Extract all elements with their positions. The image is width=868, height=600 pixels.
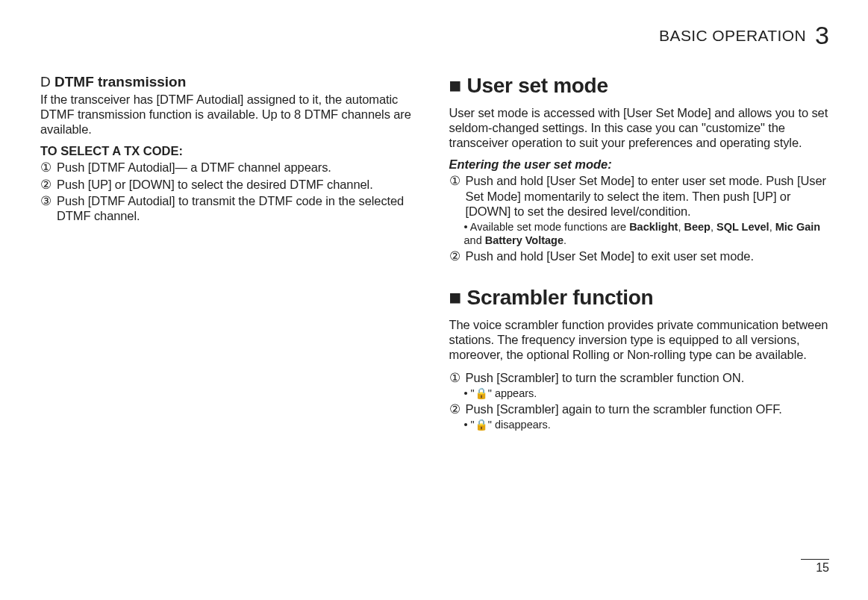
user-set-mode-para: User set mode is accessed with [User Set… [449, 105, 830, 150]
usm-step-1: ① Push and hold [User Set Mode] to enter… [449, 173, 830, 218]
dtmf-heading: D DTMF transmission [40, 74, 421, 90]
content-columns: D DTMF transmission If the transceiver h… [40, 74, 829, 559]
step-number-3: ③ [40, 193, 54, 223]
page-number: 15 [801, 559, 829, 575]
square-icon: ■ [449, 74, 467, 97]
usm-note1: • Available set mode functions are Backl… [464, 220, 830, 247]
step-text-3: Push [DTMF Autodial] to transmit the DTM… [57, 193, 421, 223]
usm-step2-num: ② [449, 249, 463, 263]
scr-note1-text: • "🔒" appears. [464, 387, 537, 400]
page-footer: 15 [40, 559, 829, 575]
chapter-number: 3 [815, 21, 829, 50]
scr-step2-text: Push [Scrambler] again to turn the scram… [466, 401, 782, 416]
usm-step-2: ② Push and hold [User Set Mode] to exit … [449, 249, 830, 263]
step-number-1: ① [40, 160, 54, 175]
usm-step2-text: Push and hold [User Set Mode] to exit us… [466, 249, 754, 263]
scr-step1-num: ① [449, 370, 463, 385]
page-header: BASIC OPERATION 3 [40, 21, 829, 50]
step-text-2: Push [UP] or [DOWN] to select the desire… [57, 177, 373, 192]
step-text-1: Push [DTMF Autodial]— a DTMF channel app… [57, 160, 331, 175]
dtmf-intro: If the transceiver has [DTMF Autodial] a… [40, 92, 421, 137]
dtmf-heading-text: DTMF transmission [54, 74, 186, 90]
usm-step1-text: Push and hold [User Set Mode] to enter u… [466, 173, 830, 218]
scrambler-para: The voice scrambler function provides pr… [449, 317, 830, 362]
step-number-2: ② [40, 177, 54, 192]
right-column: ■ User set mode User set mode is accesse… [449, 74, 830, 559]
user-set-mode-heading: ■ User set mode [449, 74, 830, 98]
select-tx-label: TO SELECT A TX CODE: [40, 144, 421, 158]
scr-step2-num: ② [449, 401, 463, 416]
dtmf-step-2: ② Push [UP] or [DOWN] to select the desi… [40, 177, 421, 192]
scr-note2: • "🔒" disappears. [464, 418, 830, 431]
diamond-icon: D [40, 74, 54, 90]
scr-step-2: ② Push [Scrambler] again to turn the scr… [449, 401, 830, 416]
scr-note1: • "🔒" appears. [464, 387, 830, 400]
usm-note1-text: • Available set mode functions are Backl… [464, 220, 830, 247]
scr-note2-text: • "🔒" disappears. [464, 418, 551, 431]
usm-step1-num: ① [449, 173, 463, 218]
scrambler-title: Scrambler function [467, 286, 654, 309]
scr-step-1: ① Push [Scrambler] to turn the scrambler… [449, 370, 830, 385]
header-title: BASIC OPERATION [659, 27, 806, 45]
square-icon-2: ■ [449, 286, 467, 309]
dtmf-step-3: ③ Push [DTMF Autodial] to transmit the D… [40, 193, 421, 223]
entering-label: Entering the user set mode: [449, 157, 830, 172]
user-set-mode-title: User set mode [467, 74, 608, 97]
left-column: D DTMF transmission If the transceiver h… [40, 74, 421, 559]
scr-step1-text: Push [Scrambler] to turn the scrambler f… [466, 370, 745, 385]
dtmf-step-1: ① Push [DTMF Autodial]— a DTMF channel a… [40, 160, 421, 175]
scrambler-heading: ■ Scrambler function [449, 286, 830, 310]
page: BASIC OPERATION 3 D DTMF transmission If… [0, 0, 868, 600]
